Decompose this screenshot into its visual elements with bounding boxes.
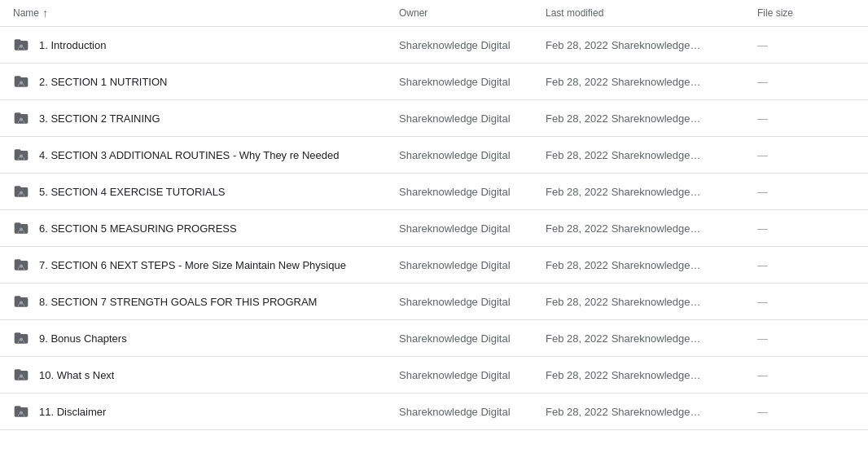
table-body: 1. Introduction Shareknowledge Digital F… — [0, 27, 868, 430]
folder-icon — [13, 367, 29, 383]
cell-owner: Shareknowledge Digital — [399, 222, 546, 235]
cell-modified: Feb 28, 2022 Shareknowledge ... — [546, 149, 757, 161]
folder-icon — [13, 330, 29, 346]
modified-date: Feb 28, 2022 — [546, 259, 608, 271]
folder-icon — [13, 110, 29, 126]
cell-size: — — [757, 149, 855, 161]
modified-date: Feb 28, 2022 — [546, 186, 608, 198]
cell-size: — — [757, 39, 855, 51]
file-name: 3. SECTION 2 TRAINING — [39, 112, 160, 125]
cell-owner: Shareknowledge Digital — [399, 406, 546, 418]
modified-user: Shareknowledge ... — [612, 406, 701, 418]
cell-modified: Feb 28, 2022 Shareknowledge ... — [546, 186, 757, 198]
file-name: 11. Disclaimer — [39, 406, 106, 418]
file-name: 7. SECTION 6 NEXT STEPS - More Size Main… — [39, 259, 346, 271]
cell-owner: Shareknowledge Digital — [399, 149, 546, 161]
cell-size: — — [757, 112, 855, 125]
cell-owner: Shareknowledge Digital — [399, 332, 546, 345]
table-row[interactable]: 1. Introduction Shareknowledge Digital F… — [0, 27, 868, 64]
folder-icon — [13, 37, 29, 53]
file-name: 10. What s Next — [39, 369, 114, 381]
header-name-label: Name — [13, 7, 39, 19]
modified-user: Shareknowledge ... — [612, 112, 701, 125]
cell-size: — — [757, 332, 855, 345]
modified-date: Feb 28, 2022 — [546, 332, 608, 345]
modified-date: Feb 28, 2022 — [546, 39, 608, 51]
cell-size: — — [757, 76, 855, 88]
header-name-col[interactable]: Name ↑ — [13, 7, 399, 20]
modified-date: Feb 28, 2022 — [546, 406, 608, 418]
file-name: 8. SECTION 7 STRENGTH GOALS FOR THIS PRO… — [39, 296, 317, 308]
cell-owner: Shareknowledge Digital — [399, 76, 546, 88]
file-name: 1. Introduction — [39, 39, 106, 51]
folder-icon — [13, 147, 29, 163]
cell-owner: Shareknowledge Digital — [399, 186, 546, 198]
file-name: 6. SECTION 5 MEASURING PROGRESS — [39, 222, 237, 235]
folder-icon — [13, 73, 29, 90]
cell-modified: Feb 28, 2022 Shareknowledge ... — [546, 369, 757, 381]
table-row[interactable]: 7. SECTION 6 NEXT STEPS - More Size Main… — [0, 247, 868, 284]
cell-modified: Feb 28, 2022 Shareknowledge ... — [546, 112, 757, 125]
folder-icon — [13, 257, 29, 273]
modified-date: Feb 28, 2022 — [546, 149, 608, 161]
modified-user: Shareknowledge ... — [612, 76, 701, 88]
modified-user: Shareknowledge ... — [612, 369, 701, 381]
table-row[interactable]: 9. Bonus Chapters Shareknowledge Digital… — [0, 320, 868, 357]
cell-owner: Shareknowledge Digital — [399, 39, 546, 51]
modified-user: Shareknowledge ... — [612, 149, 701, 161]
table-header: Name ↑ Owner Last modified File size — [0, 0, 868, 27]
cell-modified: Feb 28, 2022 Shareknowledge ... — [546, 259, 757, 271]
cell-owner: Shareknowledge Digital — [399, 369, 546, 381]
header-size-col[interactable]: File size — [757, 7, 855, 19]
modified-date: Feb 28, 2022 — [546, 296, 608, 308]
file-table: Name ↑ Owner Last modified File size 1. … — [0, 0, 868, 453]
header-owner-col[interactable]: Owner — [399, 7, 546, 19]
table-row[interactable]: 10. What s Next Shareknowledge Digital F… — [0, 357, 868, 394]
modified-user: Shareknowledge ... — [612, 39, 701, 51]
table-row[interactable]: 5. SECTION 4 EXERCISE TUTORIALS Sharekno… — [0, 174, 868, 210]
cell-owner: Shareknowledge Digital — [399, 259, 546, 271]
cell-owner: Shareknowledge Digital — [399, 296, 546, 308]
file-name: 4. SECTION 3 ADDITIONAL ROUTINES - Why T… — [39, 149, 339, 161]
file-name: 2. SECTION 1 NUTRITION — [39, 76, 167, 88]
folder-icon — [13, 183, 29, 200]
folder-icon — [13, 220, 29, 236]
cell-owner: Shareknowledge Digital — [399, 112, 546, 125]
cell-size: — — [757, 296, 855, 308]
table-row[interactable]: 2. SECTION 1 NUTRITION Shareknowledge Di… — [0, 64, 868, 100]
file-name: 5. SECTION 4 EXERCISE TUTORIALS — [39, 186, 226, 198]
cell-size: — — [757, 259, 855, 271]
cell-size: — — [757, 406, 855, 418]
cell-size: — — [757, 186, 855, 198]
table-row[interactable]: 11. Disclaimer Shareknowledge Digital Fe… — [0, 394, 868, 430]
modified-user: Shareknowledge ... — [612, 296, 701, 308]
folder-icon — [13, 403, 29, 420]
table-row[interactable]: 3. SECTION 2 TRAINING Shareknowledge Dig… — [0, 100, 868, 137]
file-name: 9. Bonus Chapters — [39, 332, 127, 345]
table-row[interactable]: 8. SECTION 7 STRENGTH GOALS FOR THIS PRO… — [0, 284, 868, 320]
table-row[interactable]: 4. SECTION 3 ADDITIONAL ROUTINES - Why T… — [0, 137, 868, 174]
cell-modified: Feb 28, 2022 Shareknowledge ... — [546, 406, 757, 418]
modified-date: Feb 28, 2022 — [546, 369, 608, 381]
table-row[interactable]: 6. SECTION 5 MEASURING PROGRESS Sharekno… — [0, 210, 868, 247]
cell-size: — — [757, 369, 855, 381]
folder-icon — [13, 293, 29, 310]
modified-date: Feb 28, 2022 — [546, 222, 608, 235]
modified-user: Shareknowledge ... — [612, 222, 701, 235]
cell-size: — — [757, 222, 855, 235]
modified-user: Shareknowledge ... — [612, 186, 701, 198]
cell-modified: Feb 28, 2022 Shareknowledge ... — [546, 76, 757, 88]
header-modified-col[interactable]: Last modified — [546, 7, 757, 19]
cell-modified: Feb 28, 2022 Shareknowledge ... — [546, 296, 757, 308]
modified-user: Shareknowledge ... — [612, 259, 701, 271]
sort-icon: ↑ — [42, 7, 48, 20]
modified-date: Feb 28, 2022 — [546, 112, 608, 125]
cell-modified: Feb 28, 2022 Shareknowledge ... — [546, 222, 757, 235]
cell-modified: Feb 28, 2022 Shareknowledge ... — [546, 39, 757, 51]
modified-user: Shareknowledge ... — [612, 332, 701, 345]
cell-modified: Feb 28, 2022 Shareknowledge ... — [546, 332, 757, 345]
modified-date: Feb 28, 2022 — [546, 76, 608, 88]
